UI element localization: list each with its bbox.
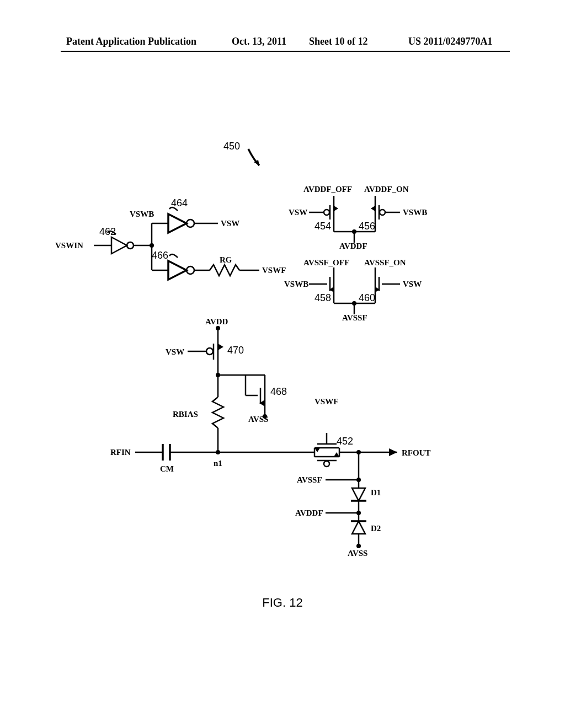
label-rfin: RFIN (110, 448, 131, 457)
ref-464: 464 (171, 197, 188, 209)
svg-marker-81 (334, 452, 339, 457)
diode-d2 (351, 513, 366, 546)
capacitor-cm (163, 444, 170, 461)
inverter-462 (111, 237, 134, 254)
pmos-454 (309, 204, 338, 221)
svg-marker-55 (218, 344, 223, 350)
label-vsw-3: VSW (403, 280, 422, 289)
label-vsw-4: VSW (166, 347, 184, 357)
ref-468: 468 (270, 386, 287, 398)
label-vswb-3: VSWB (284, 280, 308, 289)
svg-point-26 (380, 210, 385, 215)
ref-458: 458 (315, 292, 331, 304)
label-avddf-2: AVDDF (295, 508, 323, 518)
ref-454: 454 (315, 221, 331, 232)
svg-marker-13 (168, 261, 186, 280)
label-avssf-1: AVSSF (342, 313, 367, 323)
ref-466: 466 (152, 250, 168, 261)
label-avddf: AVDDF (339, 242, 367, 251)
nmos-458 (309, 276, 334, 292)
svg-marker-28 (371, 206, 375, 211)
diode-d1 (351, 480, 366, 513)
ref-arrow-450 (248, 149, 259, 165)
svg-point-20 (324, 210, 329, 215)
label-avddf-on: AVDDF_ON (364, 185, 409, 194)
svg-point-53 (206, 348, 213, 355)
label-avddf-off: AVDDF_OFF (303, 185, 352, 194)
header-date: Oct. 13, 2011 (232, 36, 286, 47)
label-avssf-2: AVSSF (297, 475, 322, 485)
nmos-460 (375, 276, 400, 292)
header-rule (61, 51, 510, 52)
label-d1: D1 (371, 488, 381, 497)
svg-marker-91 (352, 488, 365, 501)
label-vswin: VSWIN (55, 241, 83, 250)
label-vsw-2: VSW (289, 208, 307, 217)
figure-caption: FIG. 12 (0, 596, 565, 610)
svg-marker-2 (111, 237, 127, 254)
label-avdd: AVDD (205, 317, 228, 326)
ref-456: 456 (359, 221, 375, 232)
inverter-464 (168, 214, 194, 233)
label-avssf-on: AVSSF_ON (364, 258, 406, 267)
label-vswf-1: VSWF (262, 266, 286, 275)
svg-point-100 (356, 544, 361, 548)
label-n1: n1 (214, 459, 222, 468)
nmos-468 (246, 375, 265, 406)
resistor-rg (210, 265, 239, 276)
label-vswb: VSWB (130, 210, 154, 219)
ref-460: 460 (359, 292, 375, 304)
svg-marker-80 (315, 448, 320, 452)
tgate-452 (315, 433, 339, 467)
svg-marker-85 (389, 448, 397, 456)
label-vswf-2: VSWF (315, 397, 338, 406)
label-vswb-2: VSWB (403, 208, 427, 217)
label-avssf-off: AVSSF_OFF (303, 258, 349, 267)
inverter-466 (168, 261, 194, 280)
ref-452: 452 (337, 436, 353, 447)
header-sheet: Sheet 10 of 12 (309, 36, 368, 47)
label-rfout: RFOUT (402, 448, 431, 458)
svg-marker-22 (334, 206, 338, 211)
label-d2: D2 (371, 524, 381, 533)
svg-marker-98 (352, 521, 365, 534)
pmos-456 (371, 204, 400, 221)
label-avss-2: AVSS (348, 549, 367, 558)
circuit-diagram: 450 VSWIN 462 VSWB 464 VSW 466 RG VSWF A… (83, 143, 469, 596)
label-avss-1: AVSS (248, 415, 268, 424)
label-rbias: RBIAS (173, 410, 198, 419)
label-cm: CM (160, 464, 174, 474)
header-publication: Patent Application Publication (66, 36, 196, 47)
label-vsw-1: VSW (221, 219, 239, 228)
svg-point-79 (324, 461, 329, 467)
svg-marker-8 (168, 214, 186, 233)
header-pubno: US 2011/0249770A1 (408, 36, 493, 47)
ref-462: 462 (99, 226, 116, 238)
ref-470: 470 (227, 345, 244, 356)
label-rg: RG (220, 255, 232, 265)
resistor-rbias (212, 397, 223, 428)
ref-450: 450 (223, 141, 240, 152)
pmos-470 (188, 342, 223, 361)
